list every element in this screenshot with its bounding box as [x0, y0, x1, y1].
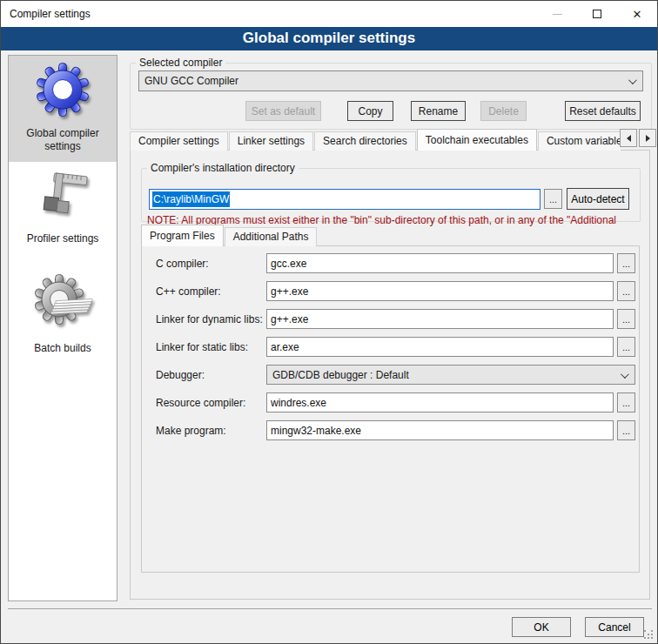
resource-compiler-row: Resource compiler: ...: [156, 392, 639, 413]
minimize-button: [537, 1, 577, 27]
tab-scroll-right-button[interactable]: [639, 129, 656, 147]
dynamic-linker-browse-button[interactable]: ...: [617, 309, 635, 329]
selected-compiler-group: Selected compiler GNU GCC Compiler Set a…: [130, 57, 652, 130]
reset-defaults-button[interactable]: Reset defaults: [565, 101, 641, 121]
chevron-down-icon: [628, 76, 637, 84]
cpp-compiler-label: C++ compiler:: [156, 285, 266, 298]
dynamic-linker-row: Linker for dynamic libs: ...: [156, 309, 639, 329]
maximize-icon: [593, 10, 601, 18]
sidebar-item-label: Profiler settings: [24, 232, 103, 245]
tab-linker-settings[interactable]: Linker settings: [229, 131, 313, 151]
browse-directory-button[interactable]: ...: [544, 189, 562, 209]
static-linker-browse-button[interactable]: ...: [617, 337, 635, 357]
dialog-banner: Global compiler settings: [1, 27, 657, 50]
sidebar-item-batch-builds[interactable]: Batch builds: [9, 261, 117, 371]
sidebar-item-label: Global compiler settings: [9, 127, 117, 153]
installation-directory-legend: Compiler's installation directory: [147, 162, 299, 174]
close-icon: ✕: [633, 9, 642, 20]
delete-button: Delete: [480, 101, 527, 121]
caliper-icon: [35, 167, 91, 223]
installation-directory-input[interactable]: C:\raylib\MinGW: [149, 189, 540, 210]
tab-compiler-settings[interactable]: Compiler settings: [130, 131, 228, 151]
debugger-label: Debugger:: [156, 369, 266, 381]
cancel-button[interactable]: Cancel: [585, 617, 644, 637]
toolchain-executables-page: Compiler's installation directory C:\ray…: [130, 150, 650, 600]
cpp-compiler-browse-button[interactable]: ...: [617, 281, 635, 301]
program-files-page: C compiler: ... C++ compiler: ... Linker…: [141, 245, 640, 573]
debugger-row: Debugger: GDB/CDB debugger : Default: [156, 365, 639, 385]
make-program-label: Make program:: [156, 425, 266, 437]
static-linker-input[interactable]: [266, 337, 614, 357]
rename-button[interactable]: Rename: [411, 101, 466, 121]
make-program-row: Make program: ...: [156, 420, 639, 440]
subtab-additional-paths[interactable]: Additional Paths: [225, 227, 318, 246]
blue-gear-icon: [35, 62, 91, 117]
settings-sidebar: Global compiler settings Profiler settin…: [8, 55, 118, 601]
titlebar[interactable]: Compiler settings ✕: [1, 1, 657, 27]
c-compiler-label: C compiler:: [156, 258, 266, 270]
arrow-right-icon: [646, 135, 650, 142]
resize-grip-icon[interactable]: [643, 629, 653, 639]
selected-path-text: C:\raylib\MinGW: [152, 191, 230, 207]
close-button[interactable]: ✕: [617, 1, 657, 27]
installation-directory-row: C:\raylib\MinGW ... Auto-detect: [149, 188, 629, 210]
cpp-compiler-input[interactable]: [266, 281, 614, 301]
sidebar-item-label: Batch builds: [30, 342, 94, 355]
arrow-left-icon: [627, 135, 631, 142]
dynamic-linker-label: Linker for dynamic libs:: [156, 313, 266, 325]
cpp-compiler-row: C++ compiler: ...: [156, 281, 639, 301]
copy-button[interactable]: Copy: [347, 101, 393, 121]
sidebar-item-global-compiler-settings[interactable]: Global compiler settings: [9, 56, 117, 162]
set-as-default-button: Set as default: [245, 101, 321, 121]
compiler-settings-dialog: Compiler settings ✕ Global compiler sett…: [0, 0, 658, 644]
minimize-icon: [553, 14, 562, 15]
c-compiler-input[interactable]: [266, 253, 614, 273]
c-compiler-browse-button[interactable]: ...: [617, 253, 635, 273]
static-linker-label: Linker for static libs:: [156, 341, 266, 353]
tab-scroll-buttons: [620, 129, 656, 147]
ok-button[interactable]: OK: [512, 617, 571, 637]
installation-directory-group: Compiler's installation directory C:\ray…: [141, 162, 641, 222]
selected-compiler-legend: Selected compiler: [136, 57, 225, 69]
resource-compiler-label: Resource compiler:: [156, 397, 266, 409]
maximize-button[interactable]: [577, 1, 617, 27]
compiler-select[interactable]: GNU GCC Compiler: [138, 70, 643, 91]
footer-separator: [8, 608, 652, 609]
tab-search-directories[interactable]: Search directories: [314, 131, 416, 151]
program-files-tabstrip: Program Files Additional Paths: [141, 225, 318, 246]
compiler-select-value: GNU GCC Compiler: [144, 75, 238, 87]
window-title: Compiler settings: [10, 8, 91, 20]
resource-compiler-browse-button[interactable]: ...: [617, 392, 635, 413]
dynamic-linker-input[interactable]: [266, 309, 614, 329]
tab-custom-variables[interactable]: Custom variables: [538, 131, 621, 151]
make-program-browse-button[interactable]: ...: [617, 420, 635, 440]
subtab-program-files[interactable]: Program Files: [141, 225, 224, 246]
gray-gear-papers-icon: [31, 273, 94, 332]
titlebar-buttons: ✕: [537, 1, 657, 27]
tab-toolchain-executables[interactable]: Toolchain executables: [417, 129, 537, 151]
resource-compiler-input[interactable]: [266, 392, 614, 413]
settings-tabstrip: Compiler settings Linker settings Search…: [130, 129, 621, 151]
chevron-down-icon: [621, 370, 629, 379]
debugger-select[interactable]: GDB/CDB debugger : Default: [266, 365, 635, 385]
auto-detect-button[interactable]: Auto-detect: [567, 188, 629, 210]
debugger-select-value: GDB/CDB debugger : Default: [272, 369, 409, 381]
sidebar-item-profiler-settings[interactable]: Profiler settings: [9, 162, 117, 261]
tab-scroll-left-button[interactable]: [620, 129, 637, 147]
c-compiler-row: C compiler: ...: [156, 253, 639, 273]
static-linker-row: Linker for static libs: ...: [156, 337, 639, 357]
make-program-input[interactable]: [266, 420, 614, 440]
